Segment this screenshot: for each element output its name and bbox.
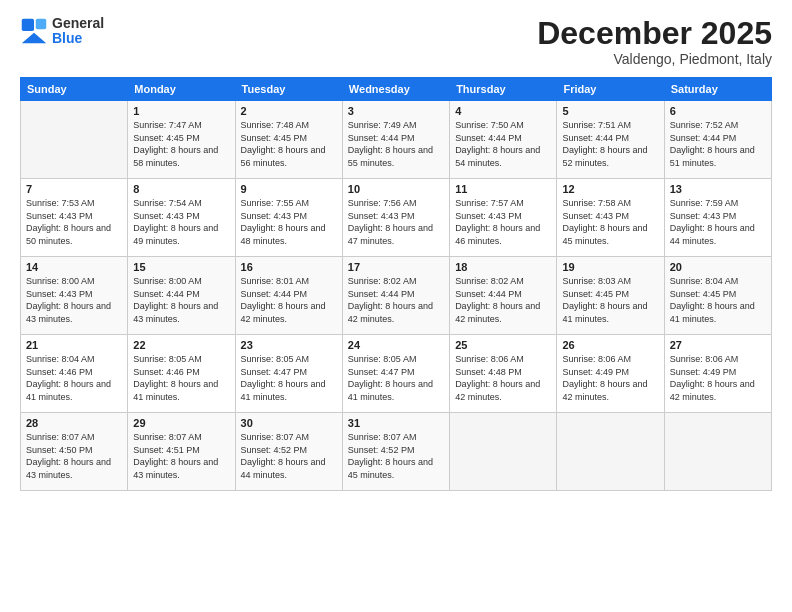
calendar-cell: 25Sunrise: 8:06 AMSunset: 4:48 PMDayligh… <box>450 335 557 413</box>
day-number: 2 <box>241 105 337 117</box>
day-info: Sunrise: 8:07 AMSunset: 4:51 PMDaylight:… <box>133 431 229 481</box>
location: Valdengo, Piedmont, Italy <box>537 51 772 67</box>
day-number: 13 <box>670 183 766 195</box>
day-number: 23 <box>241 339 337 351</box>
calendar-cell: 18Sunrise: 8:02 AMSunset: 4:44 PMDayligh… <box>450 257 557 335</box>
col-wednesday: Wednesday <box>342 78 449 101</box>
calendar-cell: 22Sunrise: 8:05 AMSunset: 4:46 PMDayligh… <box>128 335 235 413</box>
day-info: Sunrise: 7:55 AMSunset: 4:43 PMDaylight:… <box>241 197 337 247</box>
day-number: 10 <box>348 183 444 195</box>
day-number: 28 <box>26 417 122 429</box>
day-info: Sunrise: 8:07 AMSunset: 4:50 PMDaylight:… <box>26 431 122 481</box>
calendar-week-row: 14Sunrise: 8:00 AMSunset: 4:43 PMDayligh… <box>21 257 772 335</box>
day-info: Sunrise: 8:00 AMSunset: 4:44 PMDaylight:… <box>133 275 229 325</box>
day-info: Sunrise: 7:49 AMSunset: 4:44 PMDaylight:… <box>348 119 444 169</box>
day-info: Sunrise: 8:04 AMSunset: 4:46 PMDaylight:… <box>26 353 122 403</box>
calendar-cell: 19Sunrise: 8:03 AMSunset: 4:45 PMDayligh… <box>557 257 664 335</box>
day-info: Sunrise: 7:58 AMSunset: 4:43 PMDaylight:… <box>562 197 658 247</box>
calendar-cell: 8Sunrise: 7:54 AMSunset: 4:43 PMDaylight… <box>128 179 235 257</box>
calendar-cell: 23Sunrise: 8:05 AMSunset: 4:47 PMDayligh… <box>235 335 342 413</box>
calendar-cell <box>557 413 664 491</box>
day-info: Sunrise: 7:47 AMSunset: 4:45 PMDaylight:… <box>133 119 229 169</box>
title-block: December 2025 Valdengo, Piedmont, Italy <box>537 16 772 67</box>
day-info: Sunrise: 8:06 AMSunset: 4:49 PMDaylight:… <box>670 353 766 403</box>
calendar-cell: 21Sunrise: 8:04 AMSunset: 4:46 PMDayligh… <box>21 335 128 413</box>
day-number: 19 <box>562 261 658 273</box>
day-number: 3 <box>348 105 444 117</box>
day-info: Sunrise: 8:04 AMSunset: 4:45 PMDaylight:… <box>670 275 766 325</box>
day-info: Sunrise: 8:01 AMSunset: 4:44 PMDaylight:… <box>241 275 337 325</box>
day-number: 30 <box>241 417 337 429</box>
logo-blue: Blue <box>52 30 82 46</box>
day-info: Sunrise: 8:03 AMSunset: 4:45 PMDaylight:… <box>562 275 658 325</box>
calendar-cell: 17Sunrise: 8:02 AMSunset: 4:44 PMDayligh… <box>342 257 449 335</box>
day-number: 9 <box>241 183 337 195</box>
calendar-cell: 4Sunrise: 7:50 AMSunset: 4:44 PMDaylight… <box>450 101 557 179</box>
col-tuesday: Tuesday <box>235 78 342 101</box>
day-number: 21 <box>26 339 122 351</box>
day-info: Sunrise: 7:57 AMSunset: 4:43 PMDaylight:… <box>455 197 551 247</box>
calendar-cell: 7Sunrise: 7:53 AMSunset: 4:43 PMDaylight… <box>21 179 128 257</box>
calendar-cell: 29Sunrise: 8:07 AMSunset: 4:51 PMDayligh… <box>128 413 235 491</box>
day-info: Sunrise: 8:00 AMSunset: 4:43 PMDaylight:… <box>26 275 122 325</box>
day-number: 16 <box>241 261 337 273</box>
calendar-cell: 14Sunrise: 8:00 AMSunset: 4:43 PMDayligh… <box>21 257 128 335</box>
col-thursday: Thursday <box>450 78 557 101</box>
calendar-week-row: 21Sunrise: 8:04 AMSunset: 4:46 PMDayligh… <box>21 335 772 413</box>
day-info: Sunrise: 7:50 AMSunset: 4:44 PMDaylight:… <box>455 119 551 169</box>
day-info: Sunrise: 7:51 AMSunset: 4:44 PMDaylight:… <box>562 119 658 169</box>
col-sunday: Sunday <box>21 78 128 101</box>
day-info: Sunrise: 8:07 AMSunset: 4:52 PMDaylight:… <box>241 431 337 481</box>
calendar-cell: 16Sunrise: 8:01 AMSunset: 4:44 PMDayligh… <box>235 257 342 335</box>
calendar-cell: 30Sunrise: 8:07 AMSunset: 4:52 PMDayligh… <box>235 413 342 491</box>
calendar-cell: 12Sunrise: 7:58 AMSunset: 4:43 PMDayligh… <box>557 179 664 257</box>
day-number: 12 <box>562 183 658 195</box>
day-info: Sunrise: 8:07 AMSunset: 4:52 PMDaylight:… <box>348 431 444 481</box>
day-number: 6 <box>670 105 766 117</box>
day-number: 18 <box>455 261 551 273</box>
day-number: 20 <box>670 261 766 273</box>
calendar-cell: 6Sunrise: 7:52 AMSunset: 4:44 PMDaylight… <box>664 101 771 179</box>
header: General Blue December 2025 Valdengo, Pie… <box>20 16 772 67</box>
day-info: Sunrise: 8:05 AMSunset: 4:47 PMDaylight:… <box>241 353 337 403</box>
calendar-cell: 13Sunrise: 7:59 AMSunset: 4:43 PMDayligh… <box>664 179 771 257</box>
day-info: Sunrise: 8:02 AMSunset: 4:44 PMDaylight:… <box>348 275 444 325</box>
day-info: Sunrise: 7:48 AMSunset: 4:45 PMDaylight:… <box>241 119 337 169</box>
day-number: 7 <box>26 183 122 195</box>
day-number: 14 <box>26 261 122 273</box>
day-number: 5 <box>562 105 658 117</box>
day-number: 25 <box>455 339 551 351</box>
day-info: Sunrise: 7:59 AMSunset: 4:43 PMDaylight:… <box>670 197 766 247</box>
day-number: 8 <box>133 183 229 195</box>
svg-rect-0 <box>22 19 34 31</box>
day-number: 29 <box>133 417 229 429</box>
logo: General Blue <box>20 16 104 47</box>
day-number: 27 <box>670 339 766 351</box>
day-number: 24 <box>348 339 444 351</box>
day-info: Sunrise: 8:06 AMSunset: 4:49 PMDaylight:… <box>562 353 658 403</box>
day-number: 31 <box>348 417 444 429</box>
day-info: Sunrise: 8:05 AMSunset: 4:47 PMDaylight:… <box>348 353 444 403</box>
calendar-cell: 10Sunrise: 7:56 AMSunset: 4:43 PMDayligh… <box>342 179 449 257</box>
calendar-week-row: 1Sunrise: 7:47 AMSunset: 4:45 PMDaylight… <box>21 101 772 179</box>
day-info: Sunrise: 7:54 AMSunset: 4:43 PMDaylight:… <box>133 197 229 247</box>
day-info: Sunrise: 8:05 AMSunset: 4:46 PMDaylight:… <box>133 353 229 403</box>
logo-general: General <box>52 15 104 31</box>
day-info: Sunrise: 8:06 AMSunset: 4:48 PMDaylight:… <box>455 353 551 403</box>
calendar-cell: 31Sunrise: 8:07 AMSunset: 4:52 PMDayligh… <box>342 413 449 491</box>
calendar-cell: 11Sunrise: 7:57 AMSunset: 4:43 PMDayligh… <box>450 179 557 257</box>
day-number: 1 <box>133 105 229 117</box>
calendar-cell: 3Sunrise: 7:49 AMSunset: 4:44 PMDaylight… <box>342 101 449 179</box>
calendar-cell: 20Sunrise: 8:04 AMSunset: 4:45 PMDayligh… <box>664 257 771 335</box>
calendar-cell: 2Sunrise: 7:48 AMSunset: 4:45 PMDaylight… <box>235 101 342 179</box>
day-number: 4 <box>455 105 551 117</box>
day-info: Sunrise: 7:53 AMSunset: 4:43 PMDaylight:… <box>26 197 122 247</box>
logo-icon <box>20 17 48 45</box>
calendar-cell: 9Sunrise: 7:55 AMSunset: 4:43 PMDaylight… <box>235 179 342 257</box>
calendar-cell: 5Sunrise: 7:51 AMSunset: 4:44 PMDaylight… <box>557 101 664 179</box>
calendar-week-row: 28Sunrise: 8:07 AMSunset: 4:50 PMDayligh… <box>21 413 772 491</box>
calendar-cell <box>21 101 128 179</box>
calendar-cell: 28Sunrise: 8:07 AMSunset: 4:50 PMDayligh… <box>21 413 128 491</box>
day-info: Sunrise: 8:02 AMSunset: 4:44 PMDaylight:… <box>455 275 551 325</box>
day-number: 26 <box>562 339 658 351</box>
